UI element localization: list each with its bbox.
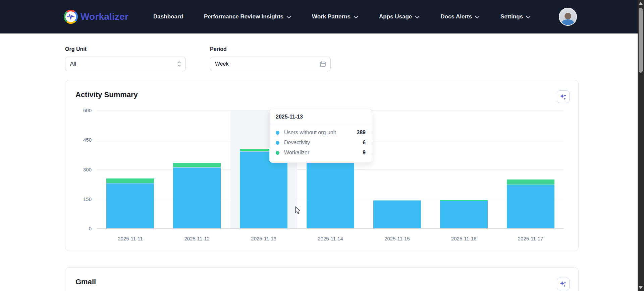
tooltip-series-label: Devactivity — [284, 140, 363, 146]
x-axis-label: 2025-11-13 — [230, 236, 297, 241]
chart-bar-slot[interactable] — [430, 110, 497, 228]
tooltip-row: Users without org unit389 — [276, 128, 366, 138]
period-label: Period — [210, 46, 331, 52]
filters-row: Org Unit All Period Week — [65, 46, 579, 71]
tooltip-series-value: 389 — [357, 130, 366, 136]
y-axis-tick: 0 — [65, 226, 92, 231]
nav-item-label: Apps Usage — [379, 13, 412, 20]
bar-segment — [507, 185, 554, 228]
y-axis-tick: 450 — [65, 137, 92, 143]
scrollbar-up-arrow-icon[interactable] — [639, 2, 643, 5]
chevron-down-icon — [286, 16, 291, 19]
bar-segment — [106, 184, 154, 228]
tooltip-series-label: Users without org unit — [284, 130, 357, 136]
stacked-bar-2025-11-17[interactable] — [507, 179, 554, 228]
workalizer-logo-icon — [64, 10, 78, 24]
chart-bar-slot[interactable] — [364, 110, 430, 228]
mouse-cursor — [294, 206, 302, 215]
bar-segment — [440, 201, 488, 228]
chart-bar-slot[interactable] — [97, 110, 164, 228]
bar-segment — [507, 179, 554, 185]
gmail-ai-sparkles-button[interactable] — [557, 278, 570, 290]
y-axis-tick: 300 — [65, 166, 92, 172]
nav-menu: DashboardPerformance Review InsightsWork… — [153, 13, 531, 20]
org-unit-label: Org Unit — [65, 46, 186, 52]
chart-tooltip: 2025-11-13 Users without org unit389Deva… — [269, 109, 372, 163]
x-axis-label: 2025-11-15 — [364, 236, 430, 241]
y-axis-tick: 600 — [65, 107, 92, 113]
tooltip-row: Workalizer9 — [276, 148, 366, 158]
stacked-bar-2025-11-16[interactable] — [440, 200, 488, 228]
stacked-bar-2025-11-15[interactable] — [373, 200, 421, 228]
activity-summary-card: Activity Summary 2025-11-13 Users withou… — [65, 80, 579, 251]
tooltip-series-value: 6 — [363, 140, 366, 146]
sparkles-icon — [559, 280, 567, 288]
brand-name: Workalizer — [80, 11, 128, 22]
calendar-icon — [319, 61, 326, 68]
vertical-scrollbar[interactable] — [638, 0, 644, 291]
tooltip-series-value: 9 — [363, 150, 366, 156]
scrollbar-thumb[interactable] — [639, 8, 643, 73]
user-avatar[interactable] — [559, 8, 577, 26]
series-dot-icon — [276, 141, 279, 145]
select-updown-icon — [177, 61, 181, 67]
chevron-down-icon — [415, 16, 420, 19]
nav-item-label: Settings — [500, 13, 523, 20]
activity-chart: 2025-11-13 Users without org unit389Deva… — [65, 80, 578, 251]
period-input[interactable]: Week — [210, 57, 331, 71]
chart-bar-slot[interactable] — [164, 110, 230, 228]
x-axis-label: 2025-11-14 — [297, 236, 364, 241]
bar-segment — [240, 152, 287, 228]
nav-item-label: Performance Review Insights — [204, 13, 283, 20]
tooltip-row: Devactivity6 — [276, 138, 366, 148]
nav-item-apps-usage[interactable]: Apps Usage — [379, 13, 420, 20]
tooltip-date: 2025-11-13 — [270, 109, 372, 124]
nav-item-label: Work Patterns — [312, 13, 351, 20]
chevron-down-icon — [354, 16, 358, 19]
stacked-bar-2025-11-14[interactable] — [307, 155, 354, 228]
x-axis-label: 2025-11-11 — [97, 236, 164, 241]
x-axis-label: 2025-11-12 — [164, 236, 230, 241]
x-axis-label: 2025-11-16 — [430, 236, 497, 241]
top-navbar: Workalizer DashboardPerformance Review I… — [0, 0, 644, 33]
nav-item-docs-alerts[interactable]: Docs Alerts — [440, 13, 480, 20]
chevron-down-icon — [475, 16, 480, 19]
bar-segment — [307, 157, 354, 228]
bar-segment — [173, 168, 221, 228]
stacked-bar-2025-11-12[interactable] — [173, 163, 221, 228]
nav-item-dashboard[interactable]: Dashboard — [153, 13, 183, 20]
nav-item-work-patterns[interactable]: Work Patterns — [312, 13, 358, 20]
chart-gridline — [97, 228, 564, 229]
main-content: Org Unit All Period Week — [0, 33, 644, 291]
brand-logo[interactable]: Workalizer — [64, 10, 128, 24]
series-dot-icon — [276, 151, 279, 155]
bar-segment — [373, 201, 421, 228]
period-value: Week — [215, 61, 229, 67]
nav-item-label: Docs Alerts — [440, 13, 472, 20]
scrollbar-down-arrow-icon[interactable] — [639, 286, 643, 289]
org-unit-value: All — [70, 61, 76, 67]
bar-segment — [173, 163, 221, 167]
x-axis-label: 2025-11-17 — [497, 236, 564, 241]
nav-item-label: Dashboard — [153, 13, 183, 20]
stacked-bar-2025-11-11[interactable] — [106, 178, 154, 228]
gmail-card: Gmail — [65, 267, 579, 291]
nav-item-performance-review-insights[interactable]: Performance Review Insights — [204, 13, 291, 20]
bar-segment — [106, 178, 154, 183]
y-axis-tick: 150 — [65, 196, 92, 202]
nav-item-settings[interactable]: Settings — [500, 13, 531, 20]
series-dot-icon — [276, 131, 279, 135]
chevron-down-icon — [526, 16, 531, 19]
chart-bar-slot[interactable] — [497, 110, 564, 228]
org-unit-select[interactable]: All — [65, 57, 186, 71]
tooltip-series-label: Workalizer — [284, 150, 363, 156]
gmail-title: Gmail — [75, 278, 96, 286]
